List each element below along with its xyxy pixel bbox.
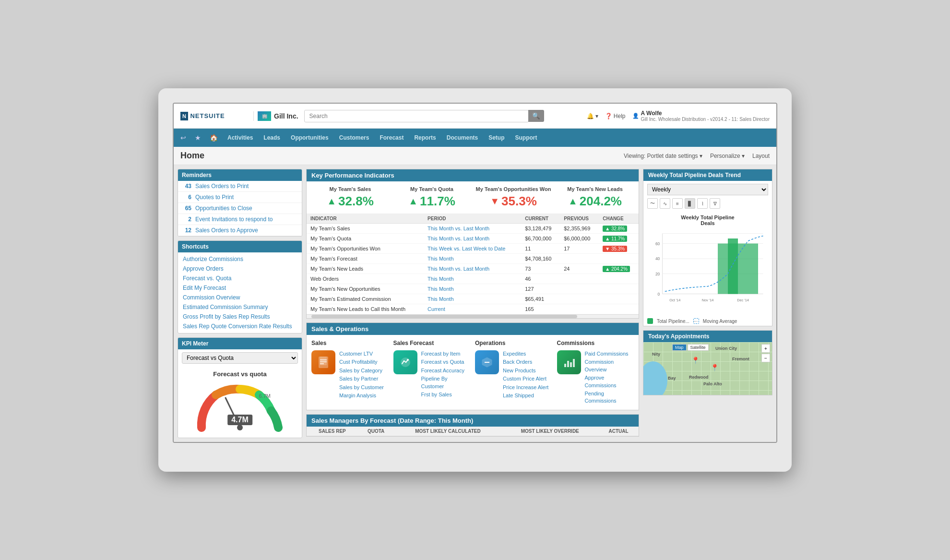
map-tab-satellite[interactable]: Satellite: [688, 344, 709, 351]
reminder-link-1[interactable]: Sales Orders to Print: [195, 183, 249, 190]
user-subtitle: Gill Inc. Wholesale Distribution - v2014…: [641, 117, 770, 122]
layout-button[interactable]: Layout: [752, 153, 770, 159]
reminder-count-1: 43: [182, 183, 191, 190]
shortcut-authorize-commissions[interactable]: Authorize Commissions: [178, 254, 302, 264]
link-pending-commissions[interactable]: Pending Commissions: [585, 390, 634, 405]
nav-reports[interactable]: Reports: [409, 131, 440, 145]
row-change: [599, 254, 639, 264]
chart-type-scatter[interactable]: ∇: [710, 198, 720, 209]
row-period[interactable]: This Month vs. Last Month: [424, 264, 521, 274]
chart-type-line[interactable]: 〜: [647, 198, 658, 209]
ns-text: NETSUITE: [190, 112, 225, 119]
chart-type-bar-h[interactable]: ≡: [672, 198, 683, 209]
chart-type-icons: 〜 ∿ ≡ ▊ ⌇ ∇: [643, 198, 772, 209]
nav-history-button[interactable]: ↩: [177, 131, 190, 144]
reminder-link-2[interactable]: Quotes to Print: [195, 194, 234, 201]
personalize-button[interactable]: Personalize ▾: [710, 153, 745, 159]
shortcut-gross-profit[interactable]: Gross Profit by Sales Rep Results: [178, 312, 302, 322]
nav-leads[interactable]: Leads: [259, 131, 285, 145]
row-period[interactable]: Current: [424, 304, 521, 314]
nav-setup[interactable]: Setup: [484, 131, 509, 145]
bell-icon: 🔔: [587, 113, 594, 119]
table-scrollbar[interactable]: [307, 314, 639, 318]
link-new-products[interactable]: New Products: [503, 367, 548, 374]
row-previous: [560, 274, 599, 284]
row-period[interactable]: This Month: [424, 284, 521, 294]
link-customer-ltv[interactable]: Customer LTV: [339, 350, 384, 357]
reminder-link-4[interactable]: Event Invitations to respond to: [195, 216, 273, 223]
link-custom-price-alert[interactable]: Custom Price Alert: [503, 375, 548, 382]
page-title: Home: [180, 151, 204, 161]
link-sales-partner[interactable]: Sales by Partner: [339, 375, 384, 382]
link-frst-sales[interactable]: Frst by Sales: [421, 391, 471, 398]
reminder-count-4: 2: [182, 216, 191, 223]
map-tab-map[interactable]: Map: [672, 344, 687, 351]
shortcut-edit-my-forecast[interactable]: Edit My Forecast: [178, 283, 302, 293]
viewing-settings[interactable]: Viewing: Portlet date settings ▾: [624, 153, 702, 159]
nav-documents[interactable]: Documents: [442, 131, 483, 145]
link-sales-customer[interactable]: Sales by Customer: [339, 384, 384, 391]
link-sales-category[interactable]: Sales by Category: [339, 367, 384, 374]
row-period[interactable]: This Month vs. Last Month: [424, 224, 521, 234]
shortcut-commission-overview[interactable]: Commission Overview: [178, 293, 302, 302]
chart-type-bar-v[interactable]: ▊: [685, 198, 695, 209]
map-zoom-in[interactable]: +: [761, 344, 770, 353]
nav-activities[interactable]: Activities: [223, 131, 258, 145]
netsuite-logo: N NETSUITE: [180, 112, 225, 120]
chart-type-area[interactable]: ∿: [660, 198, 670, 209]
row-period[interactable]: This Month: [424, 294, 521, 304]
nav-forecast[interactable]: Forecast: [375, 131, 408, 145]
reminder-link-3[interactable]: Opportunities to Close: [195, 205, 252, 212]
user-name: A Wolfe: [641, 110, 770, 117]
search-input[interactable]: [304, 110, 529, 122]
shortcut-approve-orders[interactable]: Approve Orders: [178, 264, 302, 274]
row-period[interactable]: This Month vs. Last Month: [424, 234, 521, 244]
nav-customers[interactable]: Customers: [334, 131, 374, 145]
map-label-union-city: Union City: [715, 346, 737, 351]
row-previous: [560, 284, 599, 294]
shortcut-forecast-quota[interactable]: Forecast vs. Quota: [178, 274, 302, 283]
link-approve-commissions[interactable]: Approve Commissions: [585, 374, 634, 389]
kpi-meter-select[interactable]: Forecast vs Quota: [182, 352, 298, 364]
nav-home-button[interactable]: 🏠: [206, 131, 222, 144]
row-period[interactable]: This Month: [424, 254, 521, 264]
link-cust-profitability[interactable]: Cust Profitability: [339, 358, 384, 366]
map-pin-1[interactable]: 📍: [691, 357, 700, 364]
row-period[interactable]: This Week vs. Last Week to Date: [424, 244, 521, 254]
table-row: My Team's Sales This Month vs. Last Mont…: [307, 224, 639, 234]
appointments-header: Today's Appointments: [643, 331, 772, 342]
map-pin-2[interactable]: 📍: [711, 364, 719, 371]
shortcut-estimated-commission[interactable]: Estimated Commission Summary: [178, 302, 302, 312]
nav-favorites-button[interactable]: ★: [191, 131, 205, 144]
reminder-link-5[interactable]: Sales Orders to Approve: [195, 227, 258, 234]
user-area[interactable]: 👤 A Wolfe Gill Inc. Wholesale Distributi…: [632, 110, 770, 122]
link-forecast-item[interactable]: Forecast by Item: [421, 350, 471, 357]
link-paid-commissions[interactable]: Paid Commissions: [585, 350, 634, 357]
link-commission-overview[interactable]: Commission Overview: [585, 358, 634, 373]
link-price-increase-alert[interactable]: Price Increase Alert: [503, 384, 548, 391]
link-forecast-quota[interactable]: Forecast vs Quota: [421, 358, 471, 366]
map-zoom-out[interactable]: −: [761, 354, 770, 362]
link-forecast-accuracy[interactable]: Forecast Accuracy: [421, 367, 471, 374]
map-label-nity: Nity: [652, 352, 660, 357]
row-indicator: My Team's New Leads to Call this Month: [307, 304, 424, 314]
link-expedites[interactable]: Expedites: [503, 350, 548, 357]
row-period[interactable]: This Month: [424, 274, 521, 284]
kpi-cards: My Team's Sales ▲ 32.8% My Team's Quota …: [307, 181, 639, 214]
nav-opportunities[interactable]: Opportunities: [286, 131, 333, 145]
shortcuts-header: Shortcuts: [178, 241, 302, 252]
row-change: [599, 304, 639, 314]
chart-type-step[interactable]: ⌇: [697, 198, 708, 209]
nav-support[interactable]: Support: [510, 131, 542, 145]
link-margin-analysis[interactable]: Margin Analysis: [339, 392, 384, 399]
search-button[interactable]: 🔍: [528, 110, 544, 122]
link-pipeline-customer[interactable]: Pipeline By Customer: [421, 375, 471, 390]
shortcut-quote-conversion[interactable]: Sales Rep Quote Conversion Rate Results: [178, 322, 302, 331]
company-name: Gill Inc.: [274, 112, 298, 120]
pipeline-period-select[interactable]: Weekly: [647, 184, 768, 195]
link-back-orders[interactable]: Back Orders: [503, 358, 548, 366]
help-area[interactable]: ❓ Help: [605, 113, 626, 119]
link-late-shipped[interactable]: Late Shipped: [503, 392, 548, 399]
notifications-area[interactable]: 🔔 ▾: [587, 113, 598, 119]
kpi-card-opps: My Team's Opportunities Won ▼ 35.3%: [475, 186, 552, 209]
